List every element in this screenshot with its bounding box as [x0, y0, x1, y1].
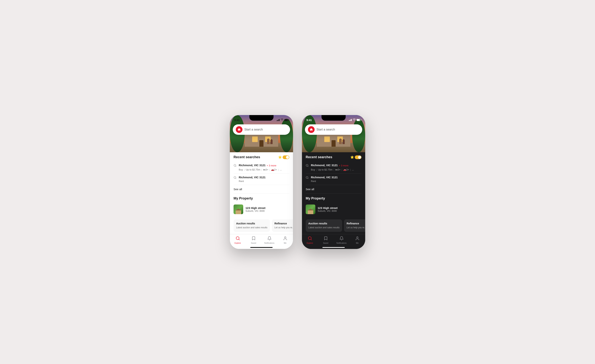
svg-point-6 — [284, 237, 286, 238]
filter-baths-icon-light: 🚗 — [271, 168, 274, 171]
tab-me-icon-dark — [355, 236, 360, 241]
search-item-2-location-dark: Richmond, VIC 3121 — [311, 176, 338, 179]
notch-dark — [321, 115, 346, 121]
filter-buy-dark: Buy — [311, 168, 315, 171]
search-item-2-content-light: Richmond, VIC 3121 Rent — [239, 176, 289, 182]
signal-bar-3 — [278, 119, 279, 121]
svg-line-5 — [239, 239, 239, 240]
my-property-section-dark: My Property 123 High street Suburb, VIC … — [302, 194, 365, 217]
card-refinance-light[interactable]: Refinance Let us help you re... today — [272, 219, 293, 232]
search-item-2-dark[interactable]: Richmond, VIC 3121 Rent — [306, 174, 361, 185]
card-auction-dark[interactable]: Auction results Latest auction and sales… — [306, 219, 342, 232]
phone-light-wrapper: 9:41 — [230, 115, 293, 249]
tab-me-label-dark: Me — [356, 242, 359, 244]
search-item-1-content-light: Richmond, VIC 3121 + 3 more Buy | Up to … — [239, 164, 289, 171]
tab-saved-label-dark: Saved — [323, 242, 328, 244]
home-indicator-dark — [322, 247, 345, 248]
filter-rent-light: Rent — [239, 180, 244, 182]
status-time-light: 9:41 — [234, 119, 240, 122]
filter-beds-dark: 3+ — [338, 168, 340, 171]
search-item-1-dark[interactable]: Richmond, VIC 3121 + 3 more Buy | Up to … — [306, 161, 361, 174]
property-item-dark[interactable]: 123 High street Suburb, VIC 3000 — [306, 203, 361, 216]
search-input-light[interactable]: Start a search — [244, 128, 287, 131]
property-info-dark: 123 High street Suburb, VIC 3000 — [318, 206, 361, 212]
search-magnifier-2-dark — [306, 176, 309, 180]
search-item-1-badge-dark: + 3 more — [339, 164, 348, 167]
filter-rent-dark: Rent — [311, 180, 316, 182]
search-logo-light — [236, 126, 242, 133]
filter-price-dark: Up to $2.75m — [318, 168, 333, 171]
tab-saved-icon-light — [251, 236, 256, 241]
wifi-icon-dark — [353, 119, 356, 121]
svg-line-3 — [236, 178, 236, 179]
tab-explore-light[interactable]: Explore — [230, 236, 246, 244]
star-toggle-dark[interactable]: ⭐ — [350, 155, 361, 159]
card-refinance-desc-light: Let us help you re... today — [275, 226, 293, 229]
home-icon-light — [237, 128, 241, 132]
property-image-dark — [306, 204, 315, 214]
property-info-light: 123 High street Suburb, VIC 3000 — [245, 206, 289, 212]
tab-saved-dark[interactable]: Saved — [318, 236, 333, 244]
see-all-light[interactable]: See all — [234, 185, 289, 192]
tab-explore-label-dark: Explore — [307, 242, 313, 244]
card-auction-light[interactable]: Auction results Latest auction and sales… — [234, 219, 270, 232]
star-icon-dark: ⭐ — [350, 155, 354, 159]
filter-beds-icon-dark: 🛏 — [335, 168, 338, 171]
tab-me-dark[interactable]: Me — [349, 236, 365, 244]
search-input-dark[interactable]: Start a search — [317, 128, 359, 131]
tab-notifications-label-dark: Notifications — [336, 242, 347, 244]
property-img-roof-light — [235, 209, 241, 210]
toggle-pill-dark[interactable] — [355, 155, 361, 159]
signal-bar-d2 — [350, 120, 350, 121]
recent-searches-title-dark: Recent searches — [306, 155, 332, 159]
filter-more-dark: ... — [352, 168, 354, 171]
my-property-title-light: My Property — [234, 196, 253, 200]
see-all-dark[interactable]: See all — [306, 185, 361, 192]
search-item-1-badge-light: + 3 more — [267, 164, 276, 167]
tab-notifications-dark[interactable]: Notifications — [333, 236, 349, 244]
tab-explore-icon-light — [236, 236, 240, 241]
tab-notifications-label-light: Notifications — [264, 242, 274, 244]
filter-baths-dark: 2+ — [346, 168, 349, 171]
search-item-2-light[interactable]: Richmond, VIC 3121 Rent — [234, 174, 289, 185]
signal-bar-d3 — [350, 119, 351, 121]
svg-line-1 — [236, 166, 236, 167]
card-auction-title-dark: Auction results — [308, 222, 340, 225]
signal-bar-d1 — [349, 120, 349, 121]
card-auction-desc-light: Latest auction and sales results — [236, 226, 267, 229]
signal-bars-light — [277, 119, 280, 121]
my-property-header-dark: My Property — [306, 196, 361, 200]
battery-icon-dark — [357, 119, 361, 121]
card-refinance-dark[interactable]: Refinance Let us help you re... today — [344, 219, 365, 232]
search-bar-dark[interactable]: Start a search — [305, 124, 362, 135]
tab-notifications-icon-dark — [339, 236, 344, 241]
property-item-light[interactable]: 123 High street Suburb, VIC 3000 — [234, 203, 289, 216]
star-toggle-light[interactable]: ⭐ — [278, 155, 289, 159]
property-image-light — [234, 204, 243, 214]
tab-explore-dark[interactable]: Explore — [302, 236, 318, 244]
search-bar-light[interactable]: Start a search — [233, 124, 290, 135]
tab-me-light[interactable]: Me — [277, 236, 293, 244]
search-item-2-location-light: Richmond, VIC 3121 — [239, 176, 266, 179]
phone-dark: 9:41 — [302, 115, 365, 249]
signal-bar-4 — [279, 119, 280, 121]
status-icons-light — [277, 119, 289, 121]
tab-saved-label-light: Saved — [251, 242, 256, 244]
property-img-house-dark — [308, 210, 313, 214]
property-suburb-light: Suburb, VIC 3000 — [245, 210, 289, 212]
tab-notifications-light[interactable]: Notifications — [262, 236, 277, 244]
toggle-pill-light[interactable] — [283, 155, 289, 159]
status-icons-dark — [349, 119, 361, 121]
search-item-1-light[interactable]: Richmond, VIC 3121 + 3 more Buy | Up to … — [234, 161, 289, 174]
tab-bar-dark: Explore Saved Noti — [302, 234, 365, 249]
signal-bar-2 — [277, 120, 278, 121]
tab-saved-light[interactable]: Saved — [246, 236, 262, 244]
phone-light: 9:41 — [230, 115, 293, 249]
wifi-icon-light — [281, 119, 283, 121]
cards-row-light: Auction results Latest auction and sales… — [230, 217, 293, 235]
search-item-1-filters-dark: Buy | Up to $2.75m | 🛏 3+ | 🚗 2+ | ... — [311, 168, 361, 171]
tab-explore-label-light: Explore — [235, 242, 241, 244]
tab-me-icon-light — [283, 236, 287, 241]
property-address-light: 123 High street — [245, 206, 289, 210]
property-img-roof-dark — [308, 209, 313, 210]
